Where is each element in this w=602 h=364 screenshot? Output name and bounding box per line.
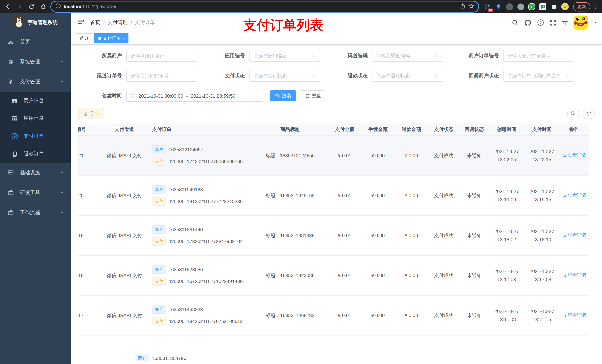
search-icon — [562, 273, 567, 277]
view-detail-link[interactable]: 查看详情 — [562, 232, 586, 239]
sidebar-item-pay-order[interactable]: ¥ 支付订单 — [0, 127, 71, 145]
chevron-down-icon — [435, 54, 439, 58]
cell-id: 21 — [78, 153, 100, 158]
active-dot — [98, 37, 101, 40]
extension-grid-icon[interactable]: 10 — [484, 3, 491, 10]
hamburger-icon[interactable] — [76, 19, 87, 26]
cell-id: 17 — [78, 312, 100, 318]
tag-home[interactable]: 首页 — [76, 33, 92, 43]
dashboard-icon — [7, 39, 15, 45]
view-detail-link[interactable]: 查看详情 — [562, 152, 586, 159]
back-icon[interactable] — [3, 2, 13, 11]
browser-toolbar: localhost:1024/pay/order 10 ⌘ Y — [0, 0, 602, 13]
cell-title: 标题：1635311823086 — [252, 272, 328, 279]
filter-row-1: 所属商户 应用编号 请选择应用信息 渠道编码 请输入渠道编码 — [78, 50, 595, 62]
cell-refund: ¥ 0.00 — [395, 153, 428, 158]
merchant-order-no-input[interactable] — [503, 50, 574, 62]
export-button[interactable]: 导出 — [78, 108, 104, 119]
pay-status-select[interactable]: 请选择支付状态 — [249, 70, 320, 82]
browser-update-button[interactable]: 更新 — [573, 2, 590, 11]
font-size-icon[interactable]: TT — [562, 20, 568, 26]
tag-pay-order[interactable]: 支付订单 × — [94, 33, 129, 43]
sidebar-item-merchant-info[interactable]: 商户信息 — [0, 92, 71, 110]
refund-status-select[interactable]: 请选择退款状态 — [372, 70, 443, 82]
shop-icon — [10, 98, 19, 104]
star-icon[interactable] — [468, 3, 474, 10]
sidebar-item-pay[interactable]: ¥ 支付管理 — [0, 72, 71, 92]
forward-icon[interactable] — [15, 2, 24, 11]
sidebar-item-infra[interactable]: 基础设施 — [0, 163, 71, 183]
refresh-icon — [586, 111, 591, 116]
help-icon[interactable]: ? — [538, 19, 544, 26]
sidebar-item-app-info[interactable]: 应用信息 — [0, 110, 71, 127]
gear-icon — [7, 59, 15, 65]
reset-button[interactable]: 重置 — [300, 90, 326, 101]
view-detail-link[interactable]: 查看详情 — [562, 312, 586, 319]
download-icon — [83, 111, 88, 116]
emoji-avatar-icon[interactable] — [561, 3, 569, 10]
sidebar-item-dev-tools[interactable]: 研发工具 — [0, 183, 71, 203]
search-icon — [570, 111, 576, 116]
record-icon[interactable] — [517, 3, 524, 10]
grid-icon — [10, 115, 19, 121]
create-time-range[interactable]: 2021-10-01 00:00:00 - 2021-10-31 23:59:5… — [126, 90, 263, 102]
address-bar[interactable]: localhost:1024/pay/order — [50, 1, 479, 13]
hide-search-button[interactable] — [567, 108, 579, 119]
sidebar-item-workflow[interactable]: 工作流程 — [0, 203, 71, 223]
toolbox-icon — [7, 210, 15, 216]
cell-action: 查看详情 — [559, 232, 589, 239]
close-icon[interactable]: × — [123, 36, 125, 41]
menu-dots-icon[interactable]: ⋮ — [592, 4, 599, 10]
refresh-button[interactable] — [583, 108, 595, 119]
breadcrumb-home[interactable]: 首页 — [90, 19, 100, 26]
cell-channel: 微信 JSAPI 支付 — [100, 312, 149, 319]
clock-icon — [130, 93, 136, 98]
sidebar-item-system[interactable]: 系统管理 — [0, 52, 71, 72]
cell-notify: 未通知 — [460, 192, 489, 199]
app-logo[interactable]: 芋道管理系统 — [0, 13, 71, 32]
search-icon — [562, 233, 567, 238]
cell-notify: 未通知 — [460, 312, 489, 319]
kite-icon[interactable] — [495, 3, 502, 10]
chevron-down-icon — [60, 190, 64, 196]
sidebar-item-refund-order[interactable]: 退款订单 — [0, 145, 71, 163]
channel-order-no-input[interactable] — [126, 70, 197, 82]
sidebar-item-home[interactable]: 首页 — [0, 32, 71, 52]
filter-row-3: 创建时间 2021-10-01 00:00:00 - 2021-10-31 23… — [78, 90, 595, 102]
fullscreen-icon[interactable] — [550, 20, 556, 26]
view-detail-link[interactable]: 查看详情 — [562, 192, 586, 199]
filter-refund-status: 退款状态 请选择退款状态 — [324, 70, 447, 82]
caret-down-icon[interactable]: ▼ — [593, 21, 597, 24]
filter-app: 应用编号 请选择应用信息 — [201, 50, 324, 62]
cell-title: 标题：1635311949168 — [252, 192, 328, 199]
search-icon[interactable] — [512, 20, 518, 26]
home-icon[interactable] — [39, 2, 48, 11]
breadcrumb: 首页 / 支付管理 / 支付订单 — [90, 19, 155, 26]
cell-fee: ¥ 0.00 — [361, 312, 395, 318]
chevron-up-icon — [60, 79, 64, 84]
filter-channel-code: 渠道编码 请输入渠道编码 — [324, 50, 447, 62]
extensions-row: 10 ⌘ Y — [481, 3, 571, 10]
command-icon[interactable]: ⌘ — [506, 3, 513, 10]
filter-pay-status: 支付状态 请选择支付状态 — [201, 70, 324, 82]
toolbox-icon — [7, 190, 15, 196]
view-detail-link[interactable]: 查看详情 — [562, 272, 586, 279]
reload-icon[interactable] — [27, 2, 36, 11]
cell-pay-time: 2021-10-2713:11:15 — [524, 307, 559, 323]
y-circle-icon[interactable]: Y — [528, 3, 535, 10]
search-button[interactable]: 搜索 — [270, 90, 296, 101]
breadcrumb-current: 支付订单 — [135, 19, 155, 26]
share-icon[interactable] — [460, 3, 465, 10]
app-select[interactable]: 请选择应用信息 — [249, 50, 320, 62]
info-icon[interactable] — [55, 3, 61, 10]
table-row: 18 微信 JSAPI 支付 商户1635311823086 支付4200001… — [78, 256, 589, 296]
puzzle-icon[interactable] — [550, 3, 558, 10]
notify-status-select[interactable]: 请选择订单回调商户状态 — [503, 70, 574, 82]
github-icon[interactable] — [525, 19, 531, 26]
chat-icon[interactable] — [539, 3, 547, 10]
table-row: 20 微信 JSAPI 支付 商户1635311949168 支付4200001… — [78, 176, 589, 216]
breadcrumb-pay[interactable]: 支付管理 — [108, 19, 128, 26]
channel-code-select[interactable]: 请输入渠道编码 — [372, 50, 443, 62]
merchant-input[interactable] — [126, 50, 197, 62]
avatar[interactable] — [573, 16, 588, 30]
